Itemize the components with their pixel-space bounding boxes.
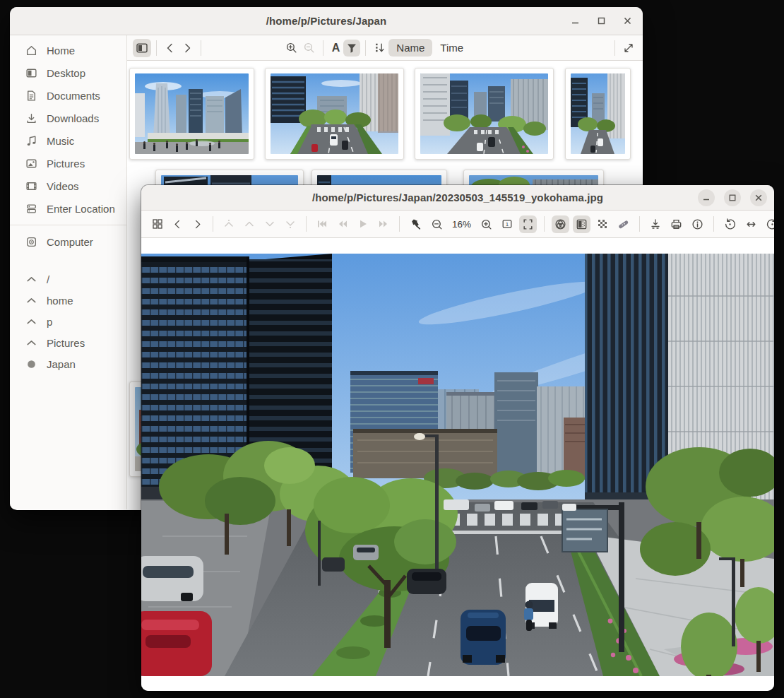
- rotate-cw-button[interactable]: [764, 215, 774, 233]
- chevron-left-icon: [172, 219, 183, 230]
- zoom-in-button[interactable]: [283, 39, 300, 57]
- one-to-one-icon: 1: [501, 218, 513, 230]
- retouch-button[interactable]: [614, 215, 632, 233]
- save-button[interactable]: [647, 215, 664, 232]
- sort-order-button[interactable]: [371, 39, 388, 57]
- sidebar-path-japan-current[interactable]: Japan: [10, 353, 126, 374]
- thumbnail-street-photo[interactable]: [265, 68, 404, 160]
- info-icon: [691, 218, 703, 230]
- minimize-icon[interactable]: [566, 13, 583, 30]
- fullscreen-button[interactable]: [620, 40, 637, 57]
- sidebar-item-downloads[interactable]: Downloads: [10, 107, 126, 129]
- sidebar-item-computer[interactable]: Computer: [10, 230, 126, 253]
- color-management-button[interactable]: [552, 215, 569, 233]
- sidebar-item-home[interactable]: Home: [10, 39, 126, 61]
- maximize-icon[interactable]: [724, 189, 741, 206]
- back-button[interactable]: [162, 40, 179, 57]
- actual-size-button[interactable]: 1: [499, 215, 516, 232]
- next-image-button[interactable]: [189, 216, 206, 232]
- thumbnail-photo: [420, 73, 548, 154]
- sidebar-path-home[interactable]: home: [10, 290, 126, 311]
- checkerboard-icon: [597, 218, 608, 230]
- file-manager-toolbar: A Name Time: [127, 35, 643, 61]
- viewer-titlebar[interactable]: /home/p/Pictures/Japan/20230503_145519_y…: [141, 185, 774, 211]
- chevron-left-icon: [165, 42, 176, 54]
- caret-up-icon: [25, 295, 37, 307]
- sidebar-item-pictures[interactable]: Pictures: [10, 152, 126, 174]
- exposure-panel-button[interactable]: [573, 215, 590, 233]
- zoom-out-button[interactable]: [300, 39, 318, 57]
- computer-disc-icon: [25, 236, 37, 248]
- server-icon: [25, 203, 37, 215]
- picture-icon: [25, 158, 37, 170]
- thumbnail-plaza-photo[interactable]: [129, 68, 254, 160]
- sidebar-item-enter-location[interactable]: Enter Location: [10, 197, 126, 220]
- zoom-out-button[interactable]: [428, 215, 446, 233]
- image-info-button[interactable]: [689, 215, 706, 233]
- close-icon[interactable]: [619, 13, 636, 30]
- current-folder-icon: [25, 358, 37, 370]
- go-last-button[interactable]: [282, 215, 299, 232]
- flip-horizontal-icon: [745, 218, 757, 230]
- desktop-icon: [25, 67, 37, 79]
- pin-button[interactable]: [407, 215, 424, 233]
- media-skip-backward-icon: [316, 218, 328, 230]
- skip-to-start-button[interactable]: [314, 215, 331, 232]
- sidebar-path-root[interactable]: /: [10, 268, 126, 290]
- minimize-icon[interactable]: [698, 189, 715, 206]
- sidebar-item-music[interactable]: Music: [10, 129, 126, 152]
- sidebar-path-pictures[interactable]: Pictures: [10, 332, 126, 353]
- filter-funnel-icon: [346, 42, 357, 54]
- sidebar-item-documents[interactable]: Documents: [10, 84, 126, 107]
- svg-text:1: 1: [506, 221, 509, 227]
- toggle-sidebar-button[interactable]: [133, 39, 151, 57]
- caret-up-icon: [25, 337, 37, 349]
- pushpin-icon: [410, 218, 422, 230]
- file-manager-title: /home/p/Pictures/Japan: [266, 15, 387, 27]
- zoom-in-button[interactable]: [477, 215, 495, 233]
- rewind-button[interactable]: [334, 215, 351, 232]
- sort-descending-icon: [374, 42, 386, 54]
- slideshow-play-button[interactable]: [355, 215, 372, 232]
- viewer-toolbar: 16% 1: [141, 211, 774, 238]
- sort-by-name-button[interactable]: Name: [388, 39, 432, 57]
- sidebar-item-desktop[interactable]: Desktop: [10, 61, 126, 84]
- sidebar: Home Desktop Documents Downloads Music P…: [10, 35, 127, 509]
- file-manager-titlebar[interactable]: /home/p/Pictures/Japan: [10, 7, 643, 35]
- thumbnail-grid-button[interactable]: [149, 215, 166, 232]
- fit-to-window-button[interactable]: [519, 215, 537, 233]
- go-up-button[interactable]: [241, 215, 258, 232]
- download-icon: [25, 112, 37, 124]
- music-note-icon: [25, 135, 37, 147]
- rotate-clockwise-icon: [766, 218, 774, 230]
- filter-button[interactable]: [343, 40, 360, 57]
- sidebar-path-p[interactable]: p: [10, 311, 126, 332]
- thumbnail-photo: [571, 73, 625, 154]
- fast-forward-button[interactable]: [375, 215, 392, 232]
- viewer-window-controls: [698, 185, 767, 210]
- caret-up-icon: [25, 316, 37, 328]
- go-first-button[interactable]: [220, 215, 237, 232]
- grid-icon: [152, 218, 163, 230]
- transparency-checker-button[interactable]: [594, 215, 611, 232]
- zoom-out-icon: [303, 42, 315, 54]
- previous-image-button[interactable]: [170, 216, 186, 232]
- thumbnail-street-portrait-photo[interactable]: [565, 68, 631, 160]
- sidebar-item-videos[interactable]: Videos: [10, 174, 126, 197]
- sort-by-time-button[interactable]: Time: [432, 39, 471, 57]
- rotate-ccw-button[interactable]: [721, 215, 739, 233]
- forward-button[interactable]: [179, 40, 196, 57]
- home-icon: [25, 45, 37, 57]
- viewer-canvas[interactable]: [141, 238, 774, 691]
- close-icon[interactable]: [750, 189, 767, 206]
- thumbnail-street-photo[interactable]: [415, 68, 554, 160]
- print-button[interactable]: [667, 215, 685, 233]
- fit-brackets-icon: [522, 218, 534, 230]
- file-manager-window-controls: [566, 7, 636, 35]
- font-size-button[interactable]: A: [328, 40, 344, 56]
- flip-horizontal-button[interactable]: [742, 215, 760, 233]
- sidebar-toggle-icon: [136, 42, 148, 54]
- maximize-icon[interactable]: [593, 13, 610, 30]
- go-down-button[interactable]: [261, 215, 278, 232]
- chevron-up-icon: [244, 218, 255, 230]
